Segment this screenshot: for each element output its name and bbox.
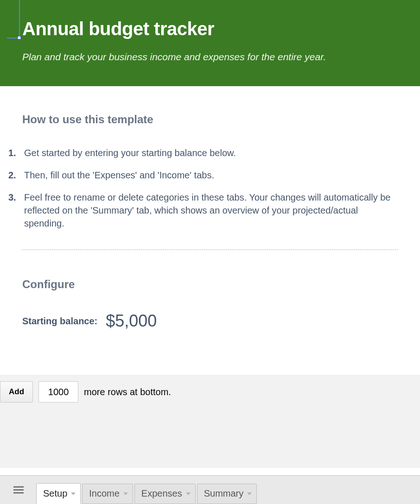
all-sheets-icon [13, 486, 24, 494]
configure-heading: Configure [22, 278, 398, 291]
page-subtitle: Plan and track your business income and … [22, 51, 420, 63]
sheet-tab-label: Setup [43, 488, 67, 499]
chevron-down-icon[interactable] [123, 492, 128, 495]
sheet-tab-label: Summary [204, 488, 244, 499]
howto-heading: How to use this template [22, 113, 398, 126]
content-area: How to use this template 1. Get started … [0, 86, 420, 331]
sheet-tab-bar: Setup Income Expenses Summary [0, 475, 420, 504]
step-text: Get started by entering your starting ba… [24, 146, 398, 159]
howto-step: 3. Feel free to rename or delete categor… [8, 191, 398, 230]
sheet-tab-setup[interactable]: Setup [36, 483, 81, 504]
starting-balance-label: Starting balance: [22, 316, 97, 327]
svg-rect-0 [13, 486, 24, 487]
howto-step: 1. Get started by entering your starting… [8, 146, 398, 159]
sheet-tab-label: Income [89, 488, 120, 499]
sheet-tab-income[interactable]: Income [82, 484, 133, 504]
step-text: Feel free to rename or delete categories… [24, 191, 398, 230]
page-title: Annual budget tracker [22, 19, 420, 39]
svg-rect-1 [13, 489, 24, 491]
cell-selection-edge-vertical [19, 0, 20, 39]
chevron-down-icon[interactable] [71, 492, 76, 495]
chevron-down-icon[interactable] [186, 492, 191, 495]
howto-step: 2. Then, fill out the 'Expenses' and 'In… [8, 169, 398, 182]
step-number: 1. [8, 146, 24, 159]
chevron-down-icon[interactable] [247, 492, 252, 495]
add-rows-button[interactable]: Add [0, 381, 33, 403]
cell-selection-handle[interactable] [18, 36, 21, 39]
section-divider [22, 249, 398, 250]
add-rows-count-input[interactable] [38, 381, 78, 403]
sheet-tab-expenses[interactable]: Expenses [134, 484, 196, 504]
step-number: 2. [8, 169, 24, 182]
add-rows-bar: Add more rows at bottom. [0, 375, 420, 468]
starting-balance-row: Starting balance: $5,000 [22, 311, 398, 331]
sheet-tab-label: Expenses [141, 488, 182, 499]
howto-steps: 1. Get started by entering your starting… [8, 146, 398, 230]
sheet-tab-summary[interactable]: Summary [197, 484, 257, 504]
step-number: 3. [8, 191, 24, 230]
starting-balance-value[interactable]: $5,000 [106, 311, 157, 331]
add-rows-suffix: more rows at bottom. [84, 381, 171, 403]
step-text: Then, fill out the 'Expenses' and 'Incom… [24, 169, 398, 182]
hero-banner: Annual budget tracker Plan and track you… [0, 0, 420, 86]
all-sheets-button[interactable] [9, 481, 28, 499]
svg-rect-2 [13, 492, 24, 493]
